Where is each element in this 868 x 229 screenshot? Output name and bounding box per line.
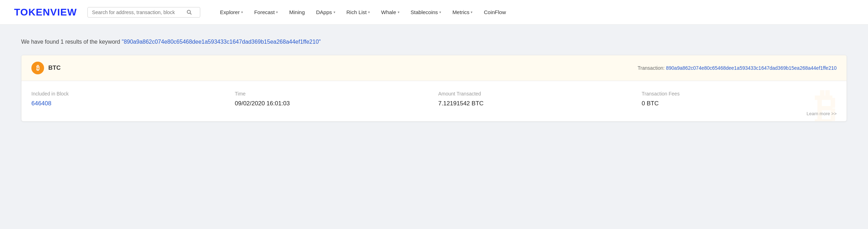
- search-input[interactable]: [92, 10, 184, 15]
- detail-fees: Transaction Fees 0 BTC: [642, 91, 837, 107]
- btc-icon: ₿: [31, 62, 44, 74]
- search-button[interactable]: [187, 10, 192, 15]
- nav-item-rich-list[interactable]: Rich List ▾: [341, 0, 376, 25]
- nav-item-dapps[interactable]: DApps ▾: [310, 0, 341, 25]
- nav-item-whale[interactable]: Whale ▾: [375, 0, 405, 25]
- nav-label-mining: Mining: [289, 9, 305, 15]
- nav-label-whale: Whale: [381, 9, 396, 15]
- chevron-down-icon: ▾: [334, 10, 335, 14]
- nav-label-explorer: Explorer: [220, 9, 240, 15]
- detail-label-time: Time: [235, 91, 430, 97]
- detail-label-fees: Transaction Fees: [642, 91, 837, 97]
- main-content: We have found 1 results of the keyword "…: [0, 25, 868, 136]
- chevron-down-icon: ▾: [398, 10, 399, 14]
- detail-label-block: Included in Block: [31, 91, 226, 97]
- detail-block: Included in Block 646408: [31, 91, 226, 107]
- result-count-prefix: We have found: [21, 39, 61, 45]
- main-nav: Explorer ▾ Forecast ▾ Mining DApps ▾ Ric…: [214, 0, 854, 25]
- nav-item-stablecoins[interactable]: Stablecoins ▾: [405, 0, 447, 25]
- card-header: ₿ BTC Transaction: 890a9a862c074e80c6546…: [22, 55, 846, 81]
- nav-label-metrics: Metrics: [452, 9, 469, 15]
- chevron-down-icon: ▾: [276, 10, 278, 14]
- result-card: ₿ BTC Transaction: 890a9a862c074e80c6546…: [21, 55, 847, 122]
- svg-point-0: [187, 10, 190, 13]
- result-count: 1: [61, 39, 64, 45]
- detail-label-amount: Amount Transacted: [438, 91, 633, 97]
- detail-value-time: 09/02/2020 16:01:03: [235, 100, 430, 107]
- learn-more-link[interactable]: Learn more >>: [807, 111, 837, 116]
- chevron-down-icon: ▾: [368, 10, 370, 14]
- nav-label-rich-list: Rich List: [347, 9, 367, 15]
- detail-amount: Amount Transacted 7.12191542 BTC: [438, 91, 633, 107]
- nav-label-coinflow: CoinFlow: [484, 9, 506, 15]
- coin-name: BTC: [48, 64, 61, 72]
- detail-value-fees: 0 BTC: [642, 100, 837, 107]
- nav-item-mining[interactable]: Mining: [283, 0, 310, 25]
- chevron-down-icon: ▾: [471, 10, 472, 14]
- tx-info: Transaction: 890a9a862c074e80c65468dee1a…: [638, 65, 837, 71]
- search-keyword: "890a9a862c074e80c65468dee1a593433c1647d…: [122, 39, 321, 45]
- chevron-down-icon: ▾: [241, 10, 243, 14]
- search-icon: [187, 10, 192, 15]
- nav-label-dapps: DApps: [316, 9, 332, 15]
- nav-item-explorer[interactable]: Explorer ▾: [214, 0, 249, 25]
- nav-item-metrics[interactable]: Metrics ▾: [447, 0, 478, 25]
- btc-icon-letter: ₿: [36, 64, 39, 72]
- tx-label: Transaction:: [638, 65, 666, 71]
- chevron-down-icon: ▾: [439, 10, 441, 14]
- detail-value-amount: 7.12191542 BTC: [438, 100, 633, 107]
- search-result-header: We have found 1 results of the keyword "…: [21, 39, 847, 45]
- tx-hash-link[interactable]: 890a9a862c074e80c65468dee1a593433c1647da…: [666, 65, 837, 71]
- card-details: Included in Block 646408 Time 09/02/2020…: [31, 91, 837, 107]
- nav-label-forecast: Forecast: [254, 9, 275, 15]
- svg-line-1: [190, 13, 191, 14]
- nav-label-stablecoins: Stablecoins: [411, 9, 438, 15]
- nav-item-forecast[interactable]: Forecast ▾: [249, 0, 283, 25]
- header: TOKENVIEW Explorer ▾ Forecast ▾ Mining D…: [0, 0, 868, 25]
- coin-info: ₿ BTC: [31, 62, 61, 74]
- nav-item-coinflow[interactable]: CoinFlow: [478, 0, 512, 25]
- logo[interactable]: TOKENVIEW: [14, 7, 77, 18]
- card-body: ₿ Included in Block 646408 Time 09/02/20…: [22, 81, 846, 121]
- detail-value-block[interactable]: 646408: [31, 100, 226, 107]
- result-count-middle: results of the keyword: [64, 39, 122, 45]
- detail-time: Time 09/02/2020 16:01:03: [235, 91, 430, 107]
- search-bar: [87, 7, 200, 18]
